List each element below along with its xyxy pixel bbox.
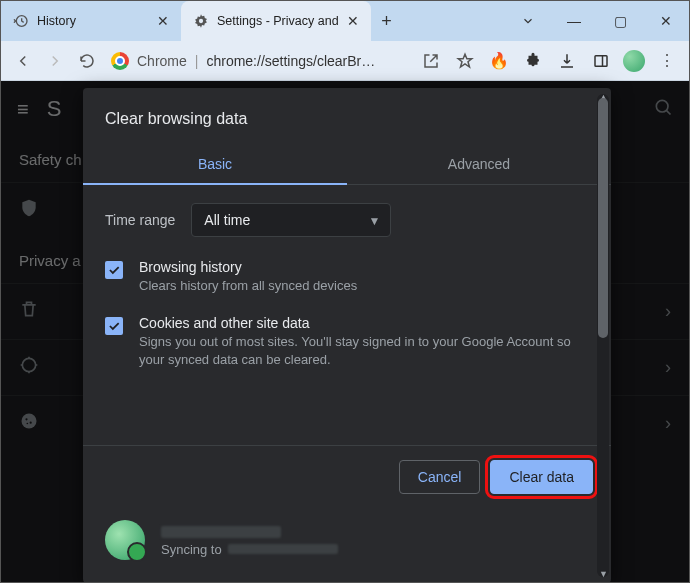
address-bar[interactable]: Chrome | chrome://settings/clearBr…	[107, 47, 411, 75]
tab-advanced[interactable]: Advanced	[347, 144, 611, 184]
gear-icon	[193, 13, 209, 29]
svg-point-2	[199, 19, 203, 23]
tab-title: Settings - Privacy and	[217, 14, 339, 28]
redacted-name	[161, 526, 281, 538]
maximize-button[interactable]: ▢	[597, 1, 643, 41]
dialog-tabs: Basic Advanced	[83, 144, 611, 185]
kebab-menu-icon[interactable]: ⋮	[655, 49, 679, 73]
window-controls: — ▢ ✕	[505, 1, 689, 41]
checkbox-checked-icon[interactable]	[105, 317, 123, 335]
history-icon	[13, 13, 29, 29]
option-title: Cookies and other site data	[139, 315, 589, 331]
dialog-body: Time range All time ▼ Browsing history C…	[83, 185, 611, 445]
tab-title: History	[37, 14, 149, 28]
option-description: Signs you out of most sites. You'll stay…	[139, 333, 589, 369]
option-description: Clears history from all synced devices	[139, 277, 589, 295]
sync-avatar-icon	[105, 520, 145, 560]
back-button[interactable]	[11, 49, 35, 73]
extension-fire-icon[interactable]: 🔥	[487, 49, 511, 73]
time-range-select[interactable]: All time ▼	[191, 203, 391, 237]
dialog-title: Clear browsing data	[83, 88, 611, 144]
dialog-footnote: To clear browsing data from this device …	[83, 572, 611, 583]
svg-rect-3	[595, 55, 607, 66]
address-separator: |	[195, 53, 199, 69]
address-prefix: Chrome	[137, 53, 187, 69]
sync-account-row[interactable]: Syncing to	[83, 508, 611, 572]
clear-browsing-data-dialog: ▲ ▼ Clear browsing data Basic Advanced T…	[83, 88, 611, 583]
browser-toolbar: Chrome | chrome://settings/clearBr… 🔥 ⋮	[1, 41, 689, 81]
forward-button[interactable]	[43, 49, 67, 73]
scroll-down-icon[interactable]: ▼	[599, 569, 608, 579]
syncing-to-label: Syncing to	[161, 542, 222, 557]
browser-tab-settings[interactable]: Settings - Privacy and ✕	[181, 1, 371, 41]
close-window-button[interactable]: ✕	[643, 1, 689, 41]
new-tab-button[interactable]: +	[371, 1, 403, 41]
clear-data-button[interactable]: Clear data	[490, 460, 593, 494]
address-url: chrome://settings/clearBr…	[206, 53, 375, 69]
time-range-value: All time	[204, 212, 250, 228]
sidepanel-icon[interactable]	[589, 49, 613, 73]
share-icon[interactable]	[419, 49, 443, 73]
chevron-down-icon: ▼	[368, 214, 380, 228]
bookmark-star-icon[interactable]	[453, 49, 477, 73]
option-title: Browsing history	[139, 259, 589, 275]
profile-avatar[interactable]	[623, 50, 645, 72]
browser-tab-history[interactable]: History ✕	[1, 1, 181, 41]
cancel-button[interactable]: Cancel	[399, 460, 481, 494]
chevron-down-icon[interactable]	[505, 1, 551, 41]
chrome-logo-icon	[111, 52, 129, 70]
checkbox-checked-icon[interactable]	[105, 261, 123, 279]
reload-button[interactable]	[75, 49, 99, 73]
redacted-email	[228, 544, 338, 554]
close-tab-icon[interactable]: ✕	[347, 13, 359, 29]
dialog-footer: Cancel Clear data	[83, 445, 611, 508]
option-cookies[interactable]: Cookies and other site data Signs you ou…	[105, 315, 589, 369]
close-tab-icon[interactable]: ✕	[157, 13, 169, 29]
tab-basic[interactable]: Basic	[83, 144, 347, 184]
time-range-label: Time range	[105, 212, 175, 228]
window-titlebar: History ✕ Settings - Privacy and ✕ + — ▢…	[1, 1, 689, 41]
downloads-icon[interactable]	[555, 49, 579, 73]
minimize-button[interactable]: —	[551, 1, 597, 41]
option-browsing-history[interactable]: Browsing history Clears history from all…	[105, 259, 589, 295]
extensions-puzzle-icon[interactable]	[521, 49, 545, 73]
